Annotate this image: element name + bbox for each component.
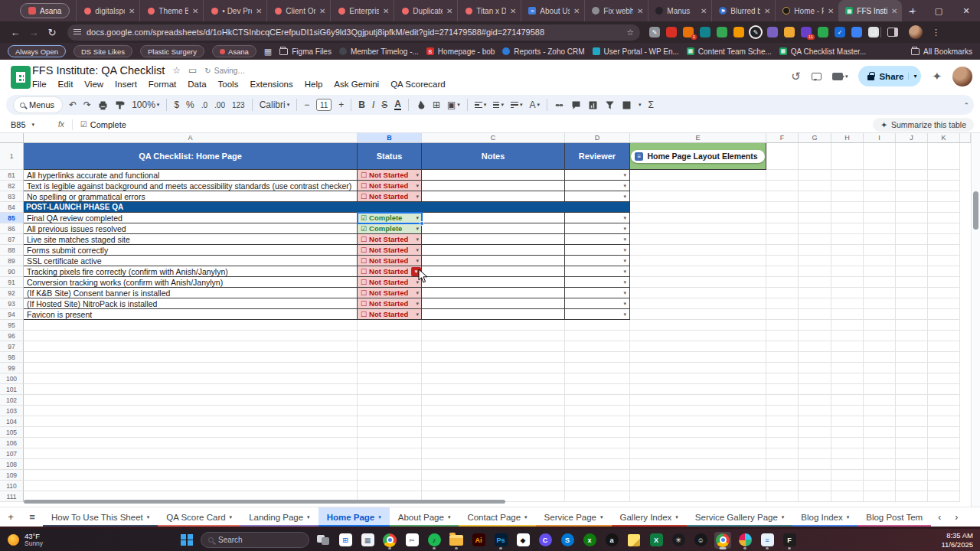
cell-f82[interactable]: [766, 181, 799, 191]
cell-b108[interactable]: [358, 459, 422, 470]
cell-e96[interactable]: [630, 331, 766, 341]
cell-b102[interactable]: [358, 395, 422, 406]
photoshop-icon[interactable]: Ps: [492, 532, 509, 549]
cell-i109[interactable]: [864, 470, 896, 481]
cell-f107[interactable]: [766, 448, 799, 459]
row-number-1[interactable]: 1: [0, 143, 24, 170]
notes-cell-89[interactable]: [422, 256, 565, 266]
reviewer-cell-90[interactable]: ▾: [565, 266, 630, 277]
notes-cell-86[interactable]: [422, 223, 565, 234]
browser-tab-digitalspo[interactable]: digitalspo✕: [76, 0, 139, 21]
task-cell-86[interactable]: All previous issues resolved: [24, 223, 358, 234]
cell-h95[interactable]: [831, 320, 864, 331]
tab-close-icon[interactable]: ✕: [192, 7, 198, 15]
redo-icon[interactable]: ↷: [83, 99, 91, 110]
cell-g93[interactable]: [799, 298, 831, 309]
cell-f111[interactable]: [766, 491, 799, 502]
cell-e89[interactable]: [630, 256, 766, 266]
cell-h98[interactable]: [831, 352, 864, 363]
cell-b97[interactable]: [358, 341, 422, 352]
select-all-corner[interactable]: [0, 133, 24, 143]
tab-close-icon[interactable]: ✕: [319, 7, 325, 15]
status-cell-93[interactable]: ☐Not Started▾: [358, 298, 422, 309]
task-cell-81[interactable]: All hyperlinks accurate and functional: [24, 170, 358, 181]
play-extension-icon[interactable]: [717, 27, 727, 37]
cell-e101[interactable]: [630, 384, 766, 395]
cell-k85[interactable]: [928, 213, 960, 223]
cell-j81[interactable]: [896, 170, 928, 181]
cell-k82[interactable]: [928, 181, 960, 191]
reviewer-dropdown-icon[interactable]: ▾: [623, 301, 626, 307]
row-number-107[interactable]: 107: [0, 448, 24, 459]
vertical-scrollbar-thumb[interactable]: [973, 191, 978, 230]
move-to-folder-icon[interactable]: ▭: [188, 65, 197, 76]
row-number-100[interactable]: 100: [0, 373, 24, 384]
cell-a96[interactable]: [24, 331, 358, 341]
cell-e94[interactable]: [630, 309, 766, 320]
task-cell-93[interactable]: (If Hosted Site) NitroPack is installed: [24, 298, 358, 309]
cell-k86[interactable]: [928, 223, 960, 234]
weather-widget[interactable]: 43°FSunny: [8, 533, 43, 548]
header-cell-d[interactable]: Reviewer: [565, 143, 630, 170]
fill-color-icon[interactable]: [416, 100, 426, 110]
strikethrough-icon[interactable]: S: [381, 99, 387, 110]
cell-c95[interactable]: [422, 320, 565, 331]
reviewer-cell-85[interactable]: ▾: [565, 213, 630, 223]
cell-e107[interactable]: [630, 448, 766, 459]
excel-icon[interactable]: X: [648, 532, 665, 549]
chatgpt-icon[interactable]: ✳: [670, 532, 687, 549]
browser-tab-enterprise[interactable]: Enterprise✕: [330, 0, 394, 21]
cell-h105[interactable]: [831, 427, 864, 438]
cell-g97[interactable]: [799, 341, 831, 352]
clipchamp-icon[interactable]: C: [537, 532, 554, 549]
cell-h86[interactable]: [831, 223, 864, 234]
reviewer-cell-89[interactable]: ▾: [565, 256, 630, 266]
cell-d103[interactable]: [565, 406, 630, 416]
reviewer-cell-81[interactable]: ▾: [565, 170, 630, 181]
cell-f98[interactable]: [766, 352, 799, 363]
cell-c96[interactable]: [422, 331, 565, 341]
tab-close-icon[interactable]: ✕: [510, 7, 516, 15]
borders-icon[interactable]: ⊞: [433, 99, 440, 110]
more-formats-icon[interactable]: 123: [232, 101, 245, 109]
notes-cell-88[interactable]: [422, 245, 565, 256]
reviewer-dropdown-icon[interactable]: ▾: [623, 290, 626, 296]
cell-f91[interactable]: [766, 277, 799, 288]
row-number-86[interactable]: 86: [0, 223, 24, 234]
cell-h100[interactable]: [831, 373, 864, 384]
browser-tab-duplicate[interactable]: Duplicate✕: [394, 0, 457, 21]
column-header-k[interactable]: K: [928, 133, 960, 143]
cell-h89[interactable]: [831, 256, 864, 266]
cell-g110[interactable]: [799, 481, 831, 491]
undo-icon[interactable]: ↶: [69, 99, 77, 110]
cell-e83[interactable]: [630, 191, 766, 202]
reviewer-cell-86[interactable]: ▾: [565, 223, 630, 234]
insert-table-icon[interactable]: [622, 100, 632, 110]
menu-data[interactable]: Data: [188, 80, 206, 89]
cell-h81[interactable]: [831, 170, 864, 181]
cell-j97[interactable]: [896, 341, 928, 352]
cell-g81[interactable]: [799, 170, 831, 181]
row-number-88[interactable]: 88: [0, 245, 24, 256]
cell-f94[interactable]: [766, 309, 799, 320]
cell-g106[interactable]: [799, 438, 831, 448]
cell-j87[interactable]: [896, 234, 928, 245]
row-number-99[interactable]: 99: [0, 363, 24, 373]
cell-e103[interactable]: [630, 406, 766, 416]
orange-extension-icon[interactable]: [733, 27, 744, 37]
cell-c99[interactable]: [422, 363, 565, 373]
cell-j98[interactable]: [896, 352, 928, 363]
browser-tab--dev-pro[interactable]: • Dev Pro✕: [203, 0, 266, 21]
illustrator-icon[interactable]: Ai: [470, 532, 487, 549]
cell-f89[interactable]: [766, 256, 799, 266]
cell-f105[interactable]: [766, 427, 799, 438]
column-header-f[interactable]: F: [766, 133, 799, 143]
cell-b105[interactable]: [358, 427, 422, 438]
format-currency-icon[interactable]: $: [174, 99, 179, 110]
version-history-icon[interactable]: ↺: [791, 70, 801, 83]
side-panel-icon[interactable]: [887, 28, 898, 37]
cell-a108[interactable]: [24, 459, 358, 470]
reviewer-cell-91[interactable]: ▾: [565, 277, 630, 288]
format-percent-icon[interactable]: %: [186, 99, 194, 110]
smart-chip[interactable]: ≡Home Page Layout Elements: [631, 150, 764, 163]
